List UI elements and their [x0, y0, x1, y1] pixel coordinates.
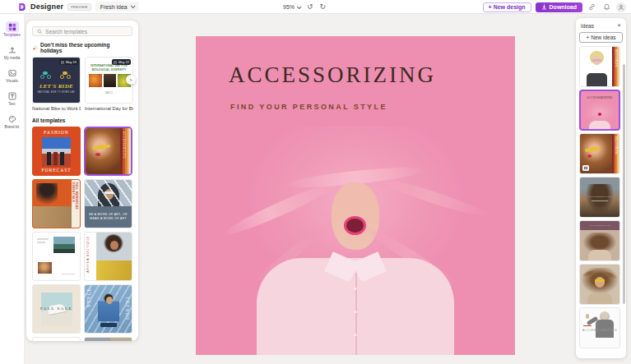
account-button[interactable] — [616, 2, 626, 12]
cyclist-graphic — [60, 72, 71, 79]
template-card-accessorizing[interactable]: ACCESSORIZING — [84, 127, 132, 176]
share-link-button[interactable] — [587, 2, 597, 12]
calendar-icon — [61, 61, 64, 64]
ideas-scrollbar[interactable] — [623, 64, 625, 304]
canvas-photo-woman — [196, 108, 515, 355]
holiday-card-biological-diversity[interactable]: May 22 INTERNATIONAL DAY FOR BIOLOGICAL … — [85, 57, 133, 111]
idea-thumbnail-woman-sunglasses[interactable]: ACCESSORIZING — [579, 133, 620, 174]
template-card-essential[interactable]: Essential — [84, 337, 132, 341]
canvas-subtitle-text[interactable]: FIND YOUR PERSONAL STYLE — [230, 103, 387, 111]
idea-text: ACCESSORIZING — [615, 49, 617, 67]
designer-app: Designer PREVIEW Fresh idea 95% ↺ ↻ + Ne… — [0, 0, 631, 364]
idea-thumbnail-beach-portrait[interactable]: ACCESSORIZING — [579, 177, 620, 218]
sidebar-item-label: Brand kit — [5, 125, 20, 129]
download-label: Download — [550, 4, 577, 10]
template-photo — [38, 262, 52, 274]
holiday-card-subtitle: NATIONAL BIKE TO WORK DAY — [33, 91, 80, 94]
template-card-fall-sale[interactable]: FALL SALE — [32, 284, 81, 334]
template-text: FALL SALE — [33, 306, 80, 311]
notifications-button[interactable] — [601, 2, 612, 12]
idea-thumbnail-pink-accessorizing[interactable]: ACCESSORIZING — [579, 90, 620, 131]
chevron-down-icon — [131, 3, 136, 8]
idea-thumbnail-man-thumbs-up[interactable]: ACCESSORIZING — [579, 307, 620, 348]
new-design-button[interactable]: + New design — [483, 2, 531, 12]
redo-button[interactable]: ↻ — [320, 3, 327, 11]
date-badge: May 19 — [59, 59, 78, 65]
template-card-style-trends[interactable]: STYLE TRENDS — [84, 284, 132, 334]
new-ideas-button[interactable]: + New ideas — [579, 32, 623, 43]
sidebar-item-text[interactable]: Text — [1, 89, 24, 108]
template-photo — [42, 137, 71, 167]
idea-text: ACCESSORIZING — [580, 196, 619, 198]
preview-badge: PREVIEW — [67, 3, 91, 11]
templates-grid: FASHION FORECAST ACCESSORIZING FALL WARD… — [32, 127, 132, 341]
chevron-right-icon: › — [130, 77, 132, 83]
template-card-letter-t[interactable]: T — [32, 337, 81, 341]
template-card-fashion-forecast[interactable]: FASHION FORECAST — [32, 127, 81, 176]
sidebar-item-my-media[interactable]: My media — [1, 43, 24, 62]
template-text: BE A WORK OF ART, OR WEAR A WORK OF ART — [88, 213, 128, 222]
idea-text: ACCESSORIZING — [582, 328, 618, 332]
image-badge-icon — [582, 165, 589, 171]
date-badge: May 22 — [112, 59, 131, 65]
sidebar-item-label: Text — [8, 102, 15, 106]
template-card-fall-wardrobe[interactable]: FALL WARDROBE ESSENTIALS — [32, 179, 81, 228]
search-box[interactable] — [32, 26, 132, 36]
chevron-down-icon — [297, 4, 302, 9]
designer-logo-icon — [17, 2, 26, 12]
template-text: ARVIEA BOUTIQUE — [86, 236, 90, 273]
holiday-card-title: LET'S RIDE — [33, 83, 80, 90]
design-canvas[interactable]: ACCESSORIZING FIND YOUR PERSONAL STYLE — [196, 36, 515, 355]
template-photo — [86, 128, 120, 174]
sidebar-item-brand-kit[interactable]: Brand kit — [1, 112, 24, 131]
plus-icon: + — [586, 35, 589, 40]
lips-graphic — [95, 153, 100, 156]
idea-thumbnail-tan-windblown[interactable] — [579, 264, 620, 305]
template-text: FALL WARDROBE ESSENTIALS — [72, 182, 78, 228]
bell-icon — [603, 3, 610, 11]
cyclist-graphic — [40, 72, 51, 79]
new-design-label: New design — [494, 4, 526, 10]
calendar-icon — [114, 61, 117, 64]
search-input[interactable] — [45, 29, 128, 35]
sidebar-item-visuals[interactable]: Visuals — [1, 66, 24, 85]
text-icon — [8, 92, 16, 100]
template-photo — [36, 183, 58, 208]
holiday-card-footnote: MAY 22 — [86, 92, 132, 94]
template-card-arviea-boutique[interactable]: ARVIEA BOUTIQUE — [84, 232, 132, 281]
templates-panel: Don't miss these upcoming holidays May 1… — [26, 21, 138, 341]
holidays-header: Don't miss these upcoming holidays — [32, 42, 132, 53]
new-ideas-label: New ideas — [591, 35, 615, 40]
person-icon — [618, 4, 624, 11]
design-name-dropdown[interactable]: Fresh idea — [95, 2, 139, 12]
nature-photos — [89, 74, 131, 87]
holiday-card-caption: National Bike to Work Day — [32, 106, 81, 111]
design-name-label: Fresh idea — [100, 4, 128, 10]
templates-icon — [8, 23, 16, 31]
left-rail: Templates My media Visuals — [0, 14, 25, 364]
search-icon — [37, 29, 42, 35]
brand-kit-icon — [8, 115, 16, 123]
zoom-level-dropdown[interactable]: 95% — [283, 4, 300, 10]
holidays-header-label: Don't miss these upcoming holidays — [40, 42, 132, 53]
holiday-card-bike-to-work[interactable]: May 19 LET'S RIDE NATIONAL BIKE TO WORK … — [32, 57, 81, 111]
close-icon[interactable]: × — [617, 22, 621, 29]
sidebar-item-label: Visuals — [6, 79, 17, 83]
ideas-thumbnails: ACCESSORIZING ACCESSORIZING ACCESSORIZIN… — [579, 46, 623, 348]
idea-thumbnail-mauve-header[interactable]: ACCESSORIZING — [579, 220, 620, 261]
template-text: TRENDS — [125, 297, 130, 320]
image-icon — [8, 69, 16, 77]
canvas-title-text[interactable]: ACCESSORIZING — [229, 62, 436, 88]
template-card-work-of-art[interactable]: BE A WORK OF ART, OR WEAR A WORK OF ART — [84, 179, 132, 228]
ideas-panel-title: Ideas — [581, 23, 594, 29]
download-button[interactable]: Download — [536, 2, 582, 12]
upload-icon — [8, 46, 16, 54]
undo-button[interactable]: ↺ — [307, 3, 313, 11]
template-card-autumn-photos[interactable] — [32, 232, 81, 281]
idea-text: ACCESSORIZING — [589, 224, 611, 227]
template-text: STYLE — [86, 288, 91, 307]
holidays-next-button[interactable]: › — [126, 75, 136, 85]
idea-thumbnail-man-glasses[interactable]: ACCESSORIZING — [579, 46, 620, 87]
idea-text: ACCESSORIZING — [615, 136, 617, 154]
sidebar-item-templates[interactable]: Templates — [1, 20, 24, 39]
